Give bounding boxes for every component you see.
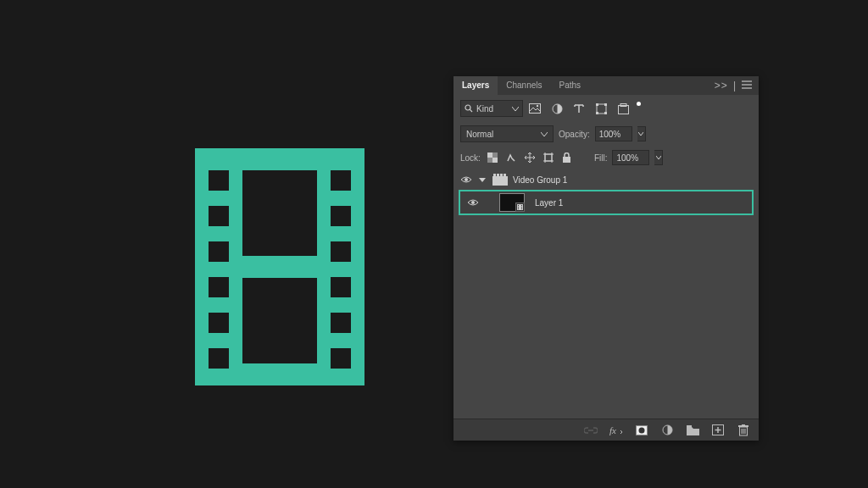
video-group-icon: [492, 173, 508, 186]
lock-label: Lock:: [460, 153, 481, 163]
svg-point-47: [471, 201, 475, 204]
svg-rect-59: [687, 425, 692, 428]
filter-kind-select[interactable]: Kind: [460, 100, 523, 117]
svg-rect-26: [596, 103, 598, 106]
opacity-label: Opacity:: [559, 130, 590, 139]
svg-rect-3: [229, 256, 331, 278]
divider: |: [733, 80, 737, 92]
layer-name-label: Layer 1: [535, 198, 563, 208]
collapse-icon[interactable]: >>: [715, 80, 728, 92]
svg-rect-28: [596, 112, 598, 114]
svg-rect-50: [518, 207, 519, 208]
layer-thumbnail[interactable]: [499, 193, 525, 212]
svg-rect-44: [497, 174, 499, 176]
fill-input[interactable]: 100%: [612, 150, 649, 165]
blend-mode-value: Normal: [466, 130, 493, 139]
film-strip-icon: [195, 148, 364, 387]
tab-channels[interactable]: Channels: [498, 76, 550, 95]
filter-smartobject-icon[interactable]: [616, 102, 630, 115]
layers-list: Video Group 1 Layer 1: [453, 169, 759, 419]
opacity-input[interactable]: 100%: [595, 126, 632, 141]
layers-panel: Layers Channels Paths >> | Kind: [453, 76, 759, 441]
svg-rect-27: [604, 103, 607, 106]
adjustment-layer-icon[interactable]: [660, 424, 674, 437]
video-badge-icon: [515, 202, 525, 212]
tab-paths[interactable]: Paths: [551, 76, 590, 95]
svg-rect-53: [521, 207, 522, 208]
svg-rect-42: [492, 176, 508, 186]
svg-rect-8: [209, 277, 229, 297]
lock-row: Lock: Fill: 100%: [453, 146, 759, 169]
chevron-down-icon: [541, 130, 548, 139]
chevron-down-icon: [512, 104, 519, 114]
svg-rect-54: [521, 208, 522, 209]
filter-row: Kind: [453, 95, 759, 122]
svg-rect-35: [545, 154, 552, 161]
layer-group-row[interactable]: Video Group 1: [453, 169, 759, 190]
svg-rect-10: [209, 348, 229, 369]
svg-point-57: [639, 427, 645, 433]
delete-layer-icon[interactable]: [737, 424, 750, 437]
svg-line-21: [470, 109, 472, 112]
svg-rect-40: [563, 157, 570, 163]
svg-rect-46: [504, 174, 506, 176]
layer-row-selected[interactable]: Layer 1: [459, 190, 754, 215]
svg-rect-12: [331, 206, 351, 226]
svg-rect-14: [331, 277, 351, 297]
svg-rect-4: [229, 363, 331, 385]
filter-adjustment-icon[interactable]: [550, 102, 564, 115]
svg-rect-9: [209, 313, 229, 333]
lock-all-icon[interactable]: [560, 151, 574, 164]
svg-rect-6: [209, 206, 229, 226]
svg-rect-52: [521, 205, 522, 206]
lock-image-icon[interactable]: [504, 151, 518, 164]
filter-shape-icon[interactable]: [594, 102, 608, 115]
expand-twisty-icon[interactable]: [479, 175, 487, 185]
svg-rect-7: [209, 241, 229, 262]
panel-tabs: Layers Channels Paths >> |: [453, 76, 759, 95]
visibility-eye-icon[interactable]: [467, 198, 479, 207]
svg-text:fx: fx: [609, 425, 616, 435]
filter-kind-label: Kind: [476, 104, 493, 114]
filter-pixel-icon[interactable]: [528, 102, 542, 115]
lock-transparency-icon[interactable]: [486, 151, 499, 164]
svg-rect-68: [742, 424, 745, 426]
blend-row: Normal Opacity: 100%: [453, 122, 759, 146]
svg-rect-34: [492, 158, 498, 163]
lock-artboard-icon[interactable]: [542, 151, 555, 164]
svg-rect-22: [530, 104, 541, 114]
svg-rect-13: [331, 241, 351, 262]
new-group-icon[interactable]: [686, 424, 699, 437]
svg-rect-2: [229, 148, 331, 170]
fill-dropdown-icon[interactable]: [654, 150, 663, 165]
layer-style-icon[interactable]: fx: [609, 424, 623, 437]
svg-rect-16: [331, 348, 351, 369]
svg-rect-45: [500, 174, 503, 176]
svg-rect-5: [209, 170, 229, 191]
svg-rect-11: [331, 170, 351, 191]
fill-label: Fill:: [594, 153, 608, 163]
filter-toggle-dot[interactable]: [637, 102, 641, 106]
visibility-eye-icon[interactable]: [460, 175, 472, 184]
svg-rect-15: [331, 313, 351, 333]
svg-rect-49: [518, 205, 519, 206]
svg-rect-43: [493, 174, 496, 176]
tab-layers[interactable]: Layers: [453, 76, 498, 95]
layer-mask-icon[interactable]: [635, 424, 648, 437]
svg-point-41: [465, 178, 468, 181]
svg-rect-51: [518, 208, 519, 209]
svg-rect-33: [487, 152, 492, 158]
lock-position-icon[interactable]: [523, 151, 537, 164]
svg-rect-29: [604, 112, 607, 114]
svg-point-23: [537, 105, 538, 107]
blend-mode-select[interactable]: Normal: [460, 125, 554, 142]
panel-footer: fx: [453, 419, 759, 441]
new-layer-icon[interactable]: [711, 424, 725, 437]
opacity-dropdown-icon[interactable]: [637, 126, 646, 141]
link-layers-icon[interactable]: [584, 424, 598, 437]
group-name-label: Video Group 1: [513, 175, 567, 185]
filter-type-icon[interactable]: [572, 102, 586, 115]
svg-point-20: [465, 105, 470, 110]
panel-menu-icon[interactable]: [742, 80, 752, 92]
